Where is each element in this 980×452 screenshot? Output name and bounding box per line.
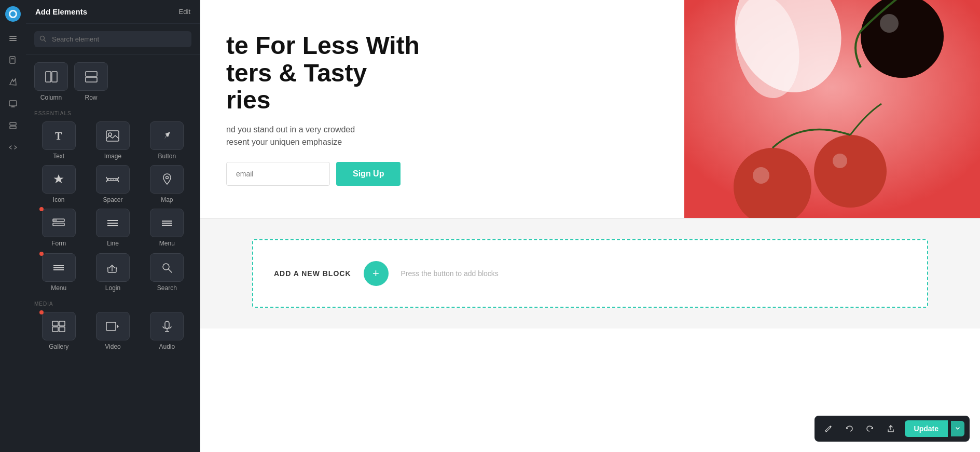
sidebar-header: Add Elements Edit	[26, 0, 200, 24]
spacer-icon	[96, 165, 130, 194]
element-map[interactable]: Map	[143, 165, 191, 203]
login-icon	[96, 253, 130, 282]
element-line[interactable]: Line	[88, 209, 137, 247]
icon-label: Icon	[53, 196, 65, 203]
element-search[interactable]: Search	[143, 253, 191, 292]
element-login[interactable]: Login	[88, 253, 137, 292]
search-element-icon	[150, 253, 184, 282]
element-button[interactable]: Button	[143, 121, 191, 160]
element-menu[interactable]: Menu	[143, 209, 191, 247]
media-pre-grid: Menu Login Search	[26, 251, 200, 296]
svg-rect-41	[59, 321, 65, 326]
element-spacer[interactable]: Spacer	[88, 165, 137, 203]
add-block-button[interactable]: +	[364, 261, 389, 286]
image-icon	[96, 121, 130, 150]
menu-icon	[150, 209, 184, 237]
element-icon[interactable]: Icon	[34, 165, 83, 203]
svg-rect-27	[53, 223, 64, 226]
element-card-row[interactable]: Row	[74, 62, 108, 101]
search-input[interactable]	[34, 31, 191, 47]
sidebar-title: Add Elements	[35, 7, 87, 16]
design-icon[interactable]	[4, 73, 22, 91]
brand-icon[interactable]	[5, 6, 21, 22]
email-input[interactable]	[226, 162, 330, 186]
svg-rect-20	[106, 131, 119, 141]
text-label: Text	[53, 153, 64, 160]
element-card-column[interactable]: Column	[34, 62, 68, 101]
svg-rect-16	[52, 72, 57, 82]
hero-title-text: te For Less Withters & Tastyries	[226, 32, 420, 114]
redo-button[interactable]	[861, 420, 879, 437]
pages-icon[interactable]	[4, 51, 22, 70]
menu2-label: Menu	[51, 284, 66, 292]
media-section-label: MEDIA	[26, 296, 200, 310]
gallery-dot	[39, 310, 44, 314]
svg-rect-40	[52, 321, 58, 326]
svg-rect-18	[86, 77, 97, 82]
line-icon	[96, 209, 130, 237]
line-label: Line	[107, 240, 119, 247]
update-button[interactable]: Update	[905, 420, 948, 437]
code-icon[interactable]	[4, 138, 22, 157]
audio-label: Audio	[159, 343, 175, 350]
map-icon	[150, 165, 184, 194]
element-form[interactable]: Form	[34, 209, 83, 247]
search-section	[26, 24, 200, 55]
add-block-inner: ADD A NEW BLOCK + Press the button to ad…	[252, 239, 928, 308]
signup-button[interactable]: Sign Up	[336, 162, 401, 186]
element-image[interactable]: Image	[88, 121, 137, 160]
svg-point-54	[880, 14, 899, 33]
svg-rect-11	[10, 122, 16, 125]
login-label: Login	[105, 284, 120, 292]
image-label: Image	[104, 153, 121, 160]
layers-icon[interactable]	[4, 29, 22, 48]
gallery-icon	[42, 312, 76, 340]
svg-rect-43	[59, 327, 65, 332]
pencil-button[interactable]	[820, 420, 837, 437]
svg-rect-12	[10, 126, 16, 129]
spacer-label: Spacer	[103, 196, 122, 203]
add-block-hint: Press the button to add blocks	[401, 269, 499, 278]
add-block-label: ADD A NEW BLOCK	[274, 269, 351, 278]
svg-rect-2	[9, 36, 17, 37]
svg-point-21	[108, 133, 112, 136]
button-icon	[150, 121, 184, 150]
svg-text:T: T	[55, 130, 62, 142]
button-label: Button	[158, 153, 176, 160]
screen-icon[interactable]	[4, 94, 22, 113]
export-button[interactable]	[882, 420, 900, 437]
layout-section: Column Row	[26, 55, 200, 105]
svg-rect-42	[52, 327, 58, 332]
svg-marker-45	[117, 324, 119, 328]
icon-icon	[42, 165, 76, 194]
form-icon	[42, 209, 76, 237]
element-gallery[interactable]: Gallery	[34, 312, 83, 350]
svg-rect-46	[165, 321, 169, 328]
svg-point-1	[10, 11, 16, 17]
svg-rect-3	[9, 38, 17, 39]
edit-button[interactable]: Edit	[179, 8, 190, 16]
element-audio[interactable]: Audio	[143, 312, 191, 350]
undo-button[interactable]	[840, 420, 858, 437]
row-icon	[74, 62, 108, 91]
element-text[interactable]: T Text	[34, 121, 83, 160]
element-video[interactable]: Video	[88, 312, 137, 350]
column-label: Column	[40, 94, 62, 101]
svg-rect-6	[11, 58, 14, 59]
svg-point-57	[814, 135, 887, 208]
svg-rect-4	[9, 40, 17, 41]
stack-icon[interactable]	[4, 116, 22, 135]
audio-icon	[150, 312, 184, 340]
sidebar-panel: Add Elements Edit Column	[26, 0, 200, 452]
page-canvas: te For Less Withters & Tastyries nd you …	[200, 0, 980, 452]
hero-section: te For Less Withters & Tastyries nd you …	[200, 0, 980, 218]
menu2-dot	[39, 252, 44, 256]
left-toolbar	[0, 0, 26, 452]
update-chevron-button[interactable]	[951, 421, 964, 436]
svg-rect-44	[106, 322, 116, 331]
svg-point-58	[833, 154, 847, 168]
search-icon	[39, 35, 46, 44]
element-menu2[interactable]: Menu	[34, 253, 83, 292]
hero-title: te For Less Withters & Tastyries	[226, 32, 658, 114]
row-label: Row	[85, 94, 97, 101]
